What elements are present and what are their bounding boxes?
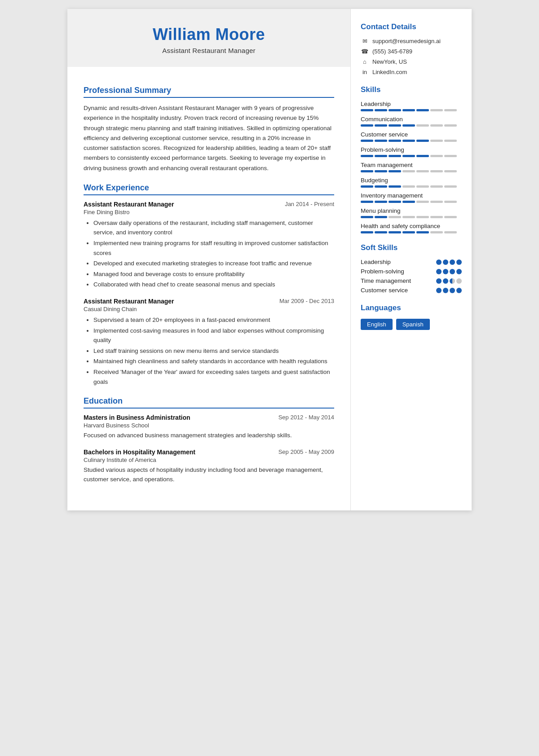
skill-name-8: Health and safety compliance	[361, 223, 462, 229]
location-value: NewYork, US	[372, 58, 407, 65]
edu-degree-1: Masters in Business Administration	[84, 414, 190, 421]
skill-bar-1	[361, 124, 462, 127]
edu-school-1: Harvard Business School	[84, 422, 334, 429]
work-experience-title: Work Experience	[84, 183, 334, 195]
bullet-1-1: Oversaw daily operations of the restaura…	[93, 218, 334, 237]
job-title-1: Assistant Restaurant Manager	[84, 201, 174, 208]
bullet-2-1: Supervised a team of 20+ employees in a …	[93, 315, 334, 325]
linkedin-icon: in	[361, 69, 369, 75]
bullet-1-3: Developed and executed marketing strateg…	[93, 259, 334, 268]
skill-name-2: Customer service	[361, 131, 462, 138]
soft-dots-0	[436, 259, 462, 265]
skills-section: Skills LeadershipCommunicationCustomer s…	[361, 85, 462, 233]
header-section: William Moore Assistant Restaurant Manag…	[67, 9, 350, 67]
job-dates-1: Jan 2014 - Present	[285, 201, 334, 207]
soft-skill-name-0: Leadership	[361, 259, 391, 265]
bullet-1-4: Managed food and beverage costs to ensur…	[93, 269, 334, 279]
soft-skill-row-1: Problem-solving	[361, 268, 462, 275]
edu-header-2: Bachelors in Hospitality Management Sep …	[84, 448, 334, 456]
soft-dots-3	[436, 288, 462, 293]
skill-bar-7	[361, 216, 462, 218]
candidate-title: Assistant Restaurant Manager	[81, 47, 337, 54]
edu-block-2: Bachelors in Hospitality Management Sep …	[84, 448, 334, 484]
skill-name-0: Leadership	[361, 101, 462, 107]
edu-block-1: Masters in Business Administration Sep 2…	[84, 414, 334, 440]
skill-row-4: Team management	[361, 162, 462, 172]
soft-skill-row-0: Leadership	[361, 259, 462, 265]
bullet-2-2: Implemented cost-saving measures in food…	[93, 326, 334, 345]
skill-name-7: Menu planning	[361, 207, 462, 214]
lang-tag-1: Spanish	[396, 319, 430, 330]
job-block-2: Assistant Restaurant Manager Mar 2009 - …	[84, 298, 334, 387]
soft-skill-row-2: Time management	[361, 277, 462, 284]
skill-name-6: Inventory management	[361, 192, 462, 199]
contact-location: ⌂ NewYork, US	[361, 58, 462, 65]
edu-dates-2: Sep 2005 - May 2009	[278, 448, 334, 455]
job-header-1: Assistant Restaurant Manager Jan 2014 - …	[84, 201, 334, 208]
left-column: William Moore Assistant Restaurant Manag…	[67, 9, 350, 510]
bullet-1-5: Collaborated with head chef to create se…	[93, 280, 334, 290]
bullet-1-2: Implemented new training programs for st…	[93, 238, 334, 258]
skill-bar-5	[361, 185, 462, 188]
bullet-2-4: Maintained high cleanliness and safety s…	[93, 356, 334, 366]
skill-row-3: Problem-solving	[361, 146, 462, 157]
phone-icon: ☎	[361, 48, 369, 55]
contact-phone: ☎ (555) 345-6789	[361, 48, 462, 55]
summary-text: Dynamic and results-driven Assistant Res…	[84, 103, 334, 173]
candidate-name: William Moore	[81, 25, 337, 44]
skill-name-5: Budgeting	[361, 177, 462, 184]
skill-row-0: Leadership	[361, 101, 462, 111]
skill-bar-8	[361, 231, 462, 233]
skill-bar-6	[361, 201, 462, 203]
skill-row-5: Budgeting	[361, 177, 462, 188]
job-bullets-1: Oversaw daily operations of the restaura…	[84, 218, 334, 290]
soft-skill-row-3: Customer service	[361, 287, 462, 294]
linkedin-value: LinkedIn.com	[372, 69, 407, 75]
languages-section: Languages EnglishSpanish	[361, 303, 462, 330]
skills-list: LeadershipCommunicationCustomer serviceP…	[361, 101, 462, 233]
skill-row-2: Customer service	[361, 131, 462, 142]
bullet-2-3: Led staff training sessions on new menu …	[93, 346, 334, 356]
contact-email: ✉ support@resumedesign.ai	[361, 38, 462, 44]
skill-bar-3	[361, 155, 462, 157]
contact-linkedin: in LinkedIn.com	[361, 69, 462, 75]
phone-value: (555) 345-6789	[372, 48, 412, 55]
job-header-2: Assistant Restaurant Manager Mar 2009 - …	[84, 298, 334, 305]
location-icon: ⌂	[361, 58, 369, 65]
resume-container: William Moore Assistant Restaurant Manag…	[67, 9, 472, 510]
skill-row-6: Inventory management	[361, 192, 462, 203]
email-icon: ✉	[361, 38, 369, 44]
soft-skills-title: Soft Skills	[361, 243, 462, 252]
left-content: Professional Summary Dynamic and results…	[67, 71, 350, 484]
edu-header-1: Masters in Business Administration Sep 2…	[84, 414, 334, 421]
right-column: Contact Details ✉ support@resumedesign.a…	[350, 9, 472, 510]
education-title: Education	[84, 396, 334, 409]
edu-desc-1: Focused on advanced business management …	[84, 431, 334, 440]
job-company-2: Casual Dining Chain	[84, 306, 334, 312]
job-title-2: Assistant Restaurant Manager	[84, 298, 174, 305]
language-tags: EnglishSpanish	[361, 319, 462, 330]
skill-name-3: Problem-solving	[361, 146, 462, 153]
skill-name-4: Team management	[361, 162, 462, 168]
summary-title: Professional Summary	[84, 86, 334, 98]
skills-title: Skills	[361, 85, 462, 94]
soft-skills-list: LeadershipProblem-solvingTime management…	[361, 259, 462, 294]
skill-bar-4	[361, 170, 462, 172]
soft-dots-2	[436, 278, 462, 284]
skill-bar-2	[361, 140, 462, 142]
job-block-1: Assistant Restaurant Manager Jan 2014 - …	[84, 201, 334, 290]
edu-desc-2: Studied various aspects of hospitality i…	[84, 465, 334, 484]
job-bullets-2: Supervised a team of 20+ employees in a …	[84, 315, 334, 387]
lang-tag-0: English	[361, 319, 393, 330]
soft-skills-section: Soft Skills LeadershipProblem-solvingTim…	[361, 243, 462, 294]
edu-school-2: Culinary Institute of America	[84, 457, 334, 463]
languages-title: Languages	[361, 303, 462, 312]
soft-dots-1	[436, 269, 462, 274]
skill-name-1: Communication	[361, 116, 462, 123]
edu-dates-1: Sep 2012 - May 2014	[278, 414, 334, 421]
soft-skill-name-3: Customer service	[361, 287, 408, 294]
contact-title: Contact Details	[361, 22, 462, 31]
job-company-1: Fine Dining Bistro	[84, 209, 334, 215]
soft-skill-name-2: Time management	[361, 277, 411, 284]
skill-row-8: Health and safety compliance	[361, 223, 462, 233]
